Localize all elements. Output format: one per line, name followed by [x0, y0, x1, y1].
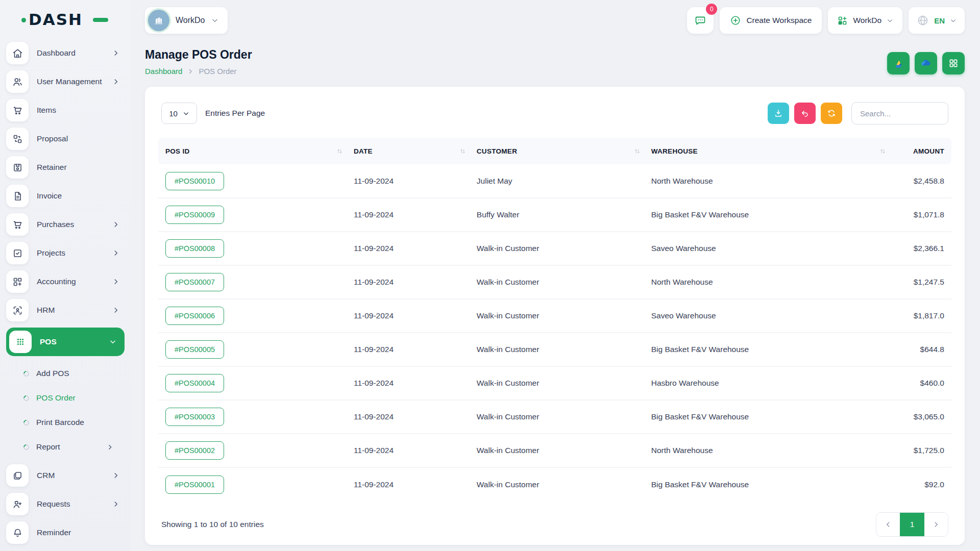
pos-id-badge[interactable]: #POS00009: [165, 206, 224, 224]
logo-dot-accent: [21, 18, 26, 22]
customer-cell: Walk-in Customer: [472, 400, 646, 434]
chat-bubble-icon: [694, 14, 706, 27]
sidebar-item-proposal[interactable]: Proposal: [6, 128, 125, 150]
column-header-customer[interactable]: CUSTOMER: [472, 138, 646, 164]
sidebar-item-label: Proposal: [37, 134, 125, 143]
search-input[interactable]: [851, 102, 948, 124]
prev-page-button[interactable]: [876, 513, 900, 536]
sidebar-item-label: Invoice: [37, 191, 125, 201]
date-cell: 11-09-2024: [349, 333, 472, 366]
amount-cell: $1,247.5: [892, 265, 951, 299]
customer-cell: Walk-in Customer: [472, 434, 646, 467]
crm-icon: [6, 464, 29, 487]
sidebar-item-pos[interactable]: POS: [6, 328, 125, 356]
home-icon: [6, 42, 29, 64]
sidebar-subitem-label: POS Order: [36, 393, 125, 403]
sidebar-subitem-pos-order[interactable]: POS Order: [6, 386, 125, 410]
warehouse-cell: Saveo Warehouse: [646, 232, 892, 265]
sidebar-subitem-label: Report: [36, 442, 107, 452]
sidebar-item-accounting[interactable]: Accounting: [6, 270, 125, 293]
sidebar-item-crm[interactable]: CRM: [6, 464, 125, 487]
pos-id-badge[interactable]: #POS00007: [165, 273, 224, 291]
column-header-amount[interactable]: AMOUNT: [892, 138, 951, 164]
onedrive-button[interactable]: [915, 52, 937, 74]
table-row: #POS00009 11-09-2024 Buffy Walter Big Ba…: [158, 198, 951, 232]
chevron-down-icon: [887, 17, 893, 24]
pos-id-badge[interactable]: #POS00010: [165, 172, 224, 190]
amount-cell: $2,366.1: [892, 232, 951, 265]
sidebar-item-label: Accounting: [37, 277, 112, 286]
sidebar-item-purchases[interactable]: Purchases: [6, 213, 125, 236]
warehouse-cell: Saveo Warehouse: [646, 299, 892, 333]
google-drive-button[interactable]: [887, 52, 910, 74]
sidebar-item-user-management[interactable]: User Management: [6, 70, 125, 93]
user-plus-icon: [6, 493, 29, 515]
sidebar-item-items[interactable]: Items: [6, 99, 125, 121]
language-selector[interactable]: EN: [909, 7, 965, 34]
sidebar-item-retainer[interactable]: Retainer: [6, 156, 125, 179]
sidebar-item-reminder[interactable]: Reminder: [6, 521, 125, 544]
pos-id-badge[interactable]: #POS00003: [165, 408, 224, 426]
column-header-warehouse[interactable]: WAREHOUSE: [646, 138, 892, 164]
workspace-selector[interactable]: WorkDo: [145, 7, 228, 34]
sidebar-item-projects[interactable]: Projects: [6, 242, 125, 264]
customer-cell: Walk-in Customer: [472, 299, 646, 333]
date-cell: 11-09-2024: [349, 198, 472, 232]
chevron-down-icon: [211, 17, 218, 24]
date-cell: 11-09-2024: [349, 467, 472, 501]
pos-id-badge[interactable]: #POS00006: [165, 307, 224, 325]
pos-id-badge[interactable]: #POS00002: [165, 441, 224, 460]
page-title: Manage POS Order: [145, 48, 252, 62]
chevron-left-icon: [885, 521, 892, 528]
sidebar-subitem-report[interactable]: Report: [6, 435, 125, 459]
grid-plus-icon: [6, 270, 29, 293]
brand-logo[interactable]: DASH: [29, 10, 95, 29]
entries-per-page-select[interactable]: 10: [161, 103, 197, 124]
sidebar-item-requests[interactable]: Requests: [6, 493, 125, 515]
undo-icon: [800, 109, 810, 118]
table-row: #POS00010 11-09-2024 Juliet May North Wa…: [158, 164, 951, 198]
export-button[interactable]: [768, 103, 789, 124]
chevron-right-icon: [112, 472, 119, 479]
pos-id-badge[interactable]: #POS00008: [165, 239, 224, 258]
amount-cell: $2,458.8: [892, 164, 951, 198]
date-cell: 11-09-2024: [349, 400, 472, 434]
chevron-right-icon: [187, 68, 193, 74]
column-header-date[interactable]: DATE: [349, 138, 472, 164]
breadcrumb-dashboard-link[interactable]: Dashboard: [145, 67, 182, 76]
undo-button[interactable]: [794, 103, 816, 124]
warehouse-cell: North Warehouse: [646, 265, 892, 299]
cart-icon: [6, 99, 29, 121]
refresh-button[interactable]: [821, 103, 842, 124]
plus-circle-icon: [730, 15, 741, 26]
create-workspace-button[interactable]: Create Workspace: [720, 7, 822, 34]
workspace-name: WorkDo: [176, 16, 205, 25]
pos-id-badge[interactable]: #POS00005: [165, 340, 224, 359]
main-content: WorkDo 0 Create Workspace: [131, 0, 980, 551]
sidebar-item-label: Retainer: [37, 163, 125, 172]
page-number-active[interactable]: 1: [900, 513, 924, 536]
sidebar-item-dashboard[interactable]: Dashboard: [6, 42, 125, 64]
pos-id-badge[interactable]: #POS00004: [165, 374, 224, 392]
grid-view-button[interactable]: [942, 52, 965, 74]
customer-cell: Walk-in Customer: [472, 467, 646, 501]
bullet-icon: [22, 369, 31, 378]
sidebar-item-label: Reminder: [37, 528, 125, 537]
check-square-icon: [6, 242, 29, 264]
chevron-right-icon: [112, 221, 119, 228]
sidebar-item-hrm[interactable]: HRM: [6, 299, 125, 321]
sidebar-subitem-print-barcode[interactable]: Print Barcode: [6, 410, 125, 435]
pagination: 1: [876, 512, 948, 537]
next-page-button[interactable]: [924, 513, 948, 536]
sidebar-subitem-add-pos[interactable]: Add POS: [6, 361, 125, 386]
table-header-row: POS ID DATE CUSTOMER WAREHOUSE AMOUNT: [158, 138, 951, 164]
google-drive-icon: [893, 58, 904, 69]
sidebar-item-invoice[interactable]: Invoice: [6, 185, 125, 207]
chevron-down-icon: [183, 110, 189, 117]
workspace-avatar: [148, 10, 169, 31]
pos-id-badge[interactable]: #POS00001: [165, 475, 224, 494]
workdo-menu-button[interactable]: WorkDo: [828, 7, 902, 34]
chat-button[interactable]: 0: [687, 7, 714, 34]
pos-table-body: #POS00010 11-09-2024 Juliet May North Wa…: [158, 164, 951, 501]
column-header-pos-id[interactable]: POS ID: [158, 138, 349, 164]
